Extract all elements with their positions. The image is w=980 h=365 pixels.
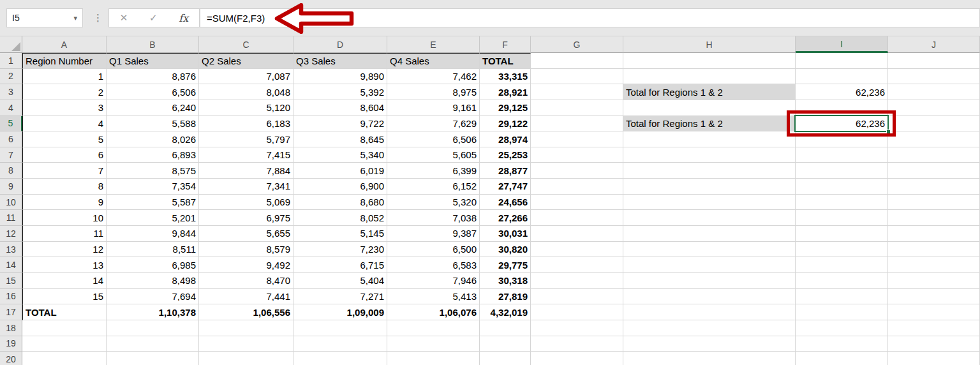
cell-D8[interactable]: 6,019 <box>293 163 387 179</box>
cell-F16[interactable]: 27,819 <box>480 289 531 305</box>
cell-C6[interactable]: 5,797 <box>199 131 293 147</box>
cell-I11[interactable] <box>796 210 888 226</box>
cell-G3[interactable] <box>531 84 623 100</box>
cell-G16[interactable] <box>531 289 623 305</box>
row-header-10[interactable]: 10 <box>0 195 22 211</box>
cell-J14[interactable] <box>888 257 980 273</box>
cell-H2[interactable] <box>623 69 796 85</box>
cell-F14[interactable]: 29,775 <box>480 257 531 273</box>
cell-D19[interactable] <box>293 336 387 352</box>
cell-F2[interactable]: 33,315 <box>480 69 531 85</box>
cell-I10[interactable] <box>796 195 888 211</box>
cell-I14[interactable] <box>796 257 888 273</box>
row-header-18[interactable]: 18 <box>0 320 22 336</box>
cell-B4[interactable]: 6,240 <box>107 100 199 116</box>
cell-G10[interactable] <box>531 195 623 211</box>
cell-A11[interactable]: 10 <box>22 210 107 226</box>
cell-I3[interactable]: 62,236 <box>796 84 888 100</box>
cell-J1[interactable] <box>888 53 980 69</box>
cell-J9[interactable] <box>888 179 980 195</box>
cell-F10[interactable]: 24,656 <box>480 195 531 211</box>
cell-F7[interactable]: 25,253 <box>480 147 531 163</box>
cell-C16[interactable]: 7,441 <box>199 289 293 305</box>
cell-A9[interactable]: 8 <box>22 179 107 195</box>
cell-F9[interactable]: 27,747 <box>480 179 531 195</box>
cell-H16[interactable] <box>623 289 796 305</box>
cell-E15[interactable]: 7,946 <box>387 273 480 289</box>
cell-B6[interactable]: 8,026 <box>107 131 199 147</box>
cell-B10[interactable]: 5,587 <box>107 195 199 211</box>
cell-H8[interactable] <box>623 163 796 179</box>
cell-J5[interactable] <box>888 116 980 132</box>
cell-B18[interactable] <box>107 320 199 336</box>
cell-E3[interactable]: 8,975 <box>387 84 480 100</box>
cell-F8[interactable]: 28,877 <box>480 163 531 179</box>
cell-F12[interactable]: 30,031 <box>480 226 531 242</box>
cell-B1[interactable]: Q1 Sales <box>107 53 199 69</box>
cell-H14[interactable] <box>623 257 796 273</box>
cell-G11[interactable] <box>531 210 623 226</box>
cell-C13[interactable]: 8,579 <box>199 242 293 258</box>
cell-H1[interactable] <box>623 53 796 69</box>
cell-A13[interactable]: 12 <box>22 242 107 258</box>
cell-E4[interactable]: 9,161 <box>387 100 480 116</box>
cell-D17[interactable]: 1,09,009 <box>293 304 387 320</box>
cell-J16[interactable] <box>888 289 980 305</box>
cell-C17[interactable]: 1,06,556 <box>199 304 293 320</box>
insert-function-icon[interactable]: fx <box>179 12 188 24</box>
row-header-15[interactable]: 15 <box>0 273 22 289</box>
cell-E7[interactable]: 5,605 <box>387 147 480 163</box>
row-header-20[interactable]: 20 <box>0 352 22 365</box>
row-header-16[interactable]: 16 <box>0 289 22 305</box>
cell-A17[interactable]: TOTAL <box>22 304 107 320</box>
row-header-19[interactable]: 19 <box>0 336 22 352</box>
cell-D2[interactable]: 9,890 <box>293 69 387 85</box>
cell-H19[interactable] <box>623 336 796 352</box>
cell-D14[interactable]: 6,715 <box>293 257 387 273</box>
cell-A12[interactable]: 11 <box>22 226 107 242</box>
cell-J18[interactable] <box>888 320 980 336</box>
cell-D12[interactable]: 5,145 <box>293 226 387 242</box>
cell-J19[interactable] <box>888 336 980 352</box>
row-header-11[interactable]: 11 <box>0 210 22 226</box>
cell-G13[interactable] <box>531 242 623 258</box>
cell-J11[interactable] <box>888 210 980 226</box>
cell-I19[interactable] <box>796 336 888 352</box>
column-header-J[interactable]: J <box>888 36 980 53</box>
enter-icon[interactable]: ✓ <box>149 12 158 24</box>
cell-A14[interactable]: 13 <box>22 257 107 273</box>
cell-J10[interactable] <box>888 195 980 211</box>
name-box-dropdown-icon[interactable]: ▾ <box>73 14 77 22</box>
cell-J8[interactable] <box>888 163 980 179</box>
cell-H15[interactable] <box>623 273 796 289</box>
cell-B13[interactable]: 8,511 <box>107 242 199 258</box>
row-header-1[interactable]: 1 <box>0 53 22 69</box>
cell-J15[interactable] <box>888 273 980 289</box>
cell-H20[interactable] <box>623 352 796 365</box>
cell-D16[interactable]: 7,271 <box>293 289 387 305</box>
cell-B14[interactable]: 6,985 <box>107 257 199 273</box>
cell-H6[interactable] <box>623 131 796 147</box>
cell-H13[interactable] <box>623 242 796 258</box>
cell-G18[interactable] <box>531 320 623 336</box>
cell-I20[interactable] <box>796 352 888 365</box>
cell-J13[interactable] <box>888 242 980 258</box>
cell-F1[interactable]: TOTAL <box>480 53 531 69</box>
cell-I12[interactable] <box>796 226 888 242</box>
cell-J2[interactable] <box>888 69 980 85</box>
row-header-8[interactable]: 8 <box>0 163 22 179</box>
cell-I2[interactable] <box>796 69 888 85</box>
column-header-C[interactable]: C <box>199 36 293 53</box>
cell-A16[interactable]: 15 <box>22 289 107 305</box>
cell-H9[interactable] <box>623 179 796 195</box>
cell-G12[interactable] <box>531 226 623 242</box>
cell-I5[interactable]: 62,236 <box>796 116 888 132</box>
cell-J17[interactable] <box>888 304 980 320</box>
row-header-17[interactable]: 17 <box>0 304 22 320</box>
cell-C3[interactable]: 8,048 <box>199 84 293 100</box>
cell-E1[interactable]: Q4 Sales <box>387 53 480 69</box>
cell-G4[interactable] <box>531 100 623 116</box>
cell-E8[interactable]: 6,399 <box>387 163 480 179</box>
cell-C5[interactable]: 6,183 <box>199 116 293 132</box>
cell-H17[interactable] <box>623 304 796 320</box>
